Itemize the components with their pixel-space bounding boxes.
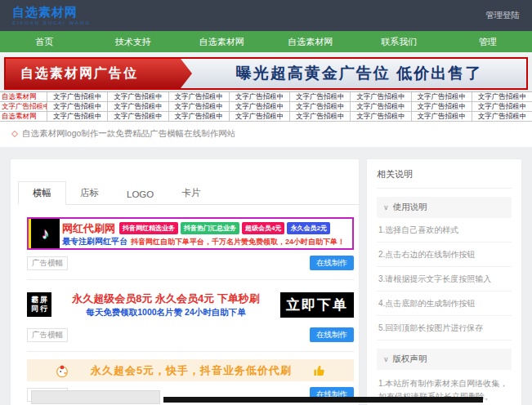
banner-preview-douyin: ♪ 网红代刷网 抖音网红精选业务 抖音热门汇总业务 超级会员4元 永久会员2元 …: [27, 217, 354, 250]
text-ad-slot[interactable]: 文字广告招租中: [350, 112, 410, 121]
banner-vip-body: 永久超级会员8元 永久会员4元 下单秒刷 每天免费领取1000名片赞 24小时自…: [58, 292, 274, 318]
text-ad-slot[interactable]: 文字广告招租中: [47, 92, 107, 101]
text-ad-slot[interactable]: 文字广告招租中: [168, 92, 229, 101]
text-ad-slot[interactable]: 文字广告招租中: [350, 102, 410, 111]
text-ad-row: 文字广告招租中 文字广告招租中 文字广告招租中 文字广告招租中 文字广告招租中 …: [0, 102, 532, 112]
vip-logo-line: 霸屏: [29, 296, 49, 305]
text-ad-row-label[interactable]: 文字广告招租中: [0, 102, 47, 112]
vip-logo-line: 同行: [29, 305, 49, 314]
text-ad-slot[interactable]: 文字广告招租中: [289, 102, 350, 111]
tab-logo[interactable]: LOGO: [113, 185, 168, 204]
text-ad-slot[interactable]: 文字广告招租中: [47, 112, 107, 121]
text-ad-slot[interactable]: 文字广告招租中: [472, 112, 532, 121]
promo-ad-left-label: 自选素材网广告位: [6, 59, 192, 88]
text-ad-slot[interactable]: 文字广告招租中: [411, 92, 472, 101]
nav-item-site-2[interactable]: 自选素材网: [266, 36, 355, 48]
promo-ad-banner[interactable]: 自选素材网广告位 曝光超高黄金广告位 低价出售了: [4, 57, 528, 90]
nav-item-support[interactable]: 技术支持: [89, 36, 178, 48]
breadcrumb: 自选素材网logo制作一款免费精品广告横幅在线制作网站: [0, 122, 532, 147]
text-ad-slot[interactable]: 文字广告招租中: [350, 92, 410, 101]
chevron-down-icon: ∨: [383, 203, 389, 211]
site-logo-title: 自选素材网: [12, 6, 91, 20]
text-ad-slot[interactable]: 文字广告招租中: [411, 112, 472, 121]
usage-step: 4.点击底部的生成制作按钮: [377, 292, 512, 316]
item-divider: [27, 279, 354, 280]
notice-link[interactable]: 自选素材网logo制作一款免费精品广告横幅在线制作网站: [22, 128, 235, 140]
text-ad-slot[interactable]: 文字广告招租中: [107, 102, 168, 111]
text-ad-slot[interactable]: 文字广告招租中: [229, 92, 289, 101]
text-ad-slot[interactable]: 文字广告招租中: [107, 112, 168, 121]
diamond-bullet-icon: [11, 131, 18, 137]
section-header-usage[interactable]: ∨ 使用说明: [377, 197, 512, 218]
site-logo-subtitle: ZIXUAN SUCAI WANG: [12, 20, 91, 25]
usage-step: 2.点击右边的在线制作按钮: [377, 243, 512, 267]
thumbs-up-icon: [313, 364, 326, 377]
make-online-button[interactable]: 在线制作: [310, 256, 354, 270]
text-ad-slot[interactable]: 文字广告招租中: [411, 102, 472, 111]
make-online-button[interactable]: 在线制作: [310, 327, 354, 342]
chevron-down-icon: ∨: [383, 355, 389, 363]
sidebar-related-info: 相关说明 ∨ 使用说明 1.选择自己喜欢的样式 2.点击右边的在线制作按钮 3.…: [366, 158, 522, 405]
banner-douyin-pill: 抖音网红精选业务: [119, 222, 178, 234]
text-ad-slot[interactable]: 文字广告招租中: [168, 112, 229, 121]
banner-douyin-title: 网红代刷网: [62, 221, 115, 236]
content-card: 横幅 店标 LOGO 卡片 ♪ 网红代刷网 抖音网红精选业务 抖音热门汇总业务 …: [10, 158, 360, 405]
banner-douyin-tagline: 抖音网红自助下单平台，千万名片赞免费领取，24小时自助下单！: [131, 237, 345, 247]
text-ad-slot[interactable]: 文字广告招租中: [47, 102, 107, 111]
partial-next-banner-bar: [163, 397, 483, 403]
nav-item-site-1[interactable]: 自选素材网: [177, 36, 266, 48]
vip-square-logo: 霸屏 同行: [27, 292, 51, 317]
tab-card[interactable]: 卡片: [168, 182, 214, 204]
text-ad-slot[interactable]: 文字广告招租中: [289, 92, 350, 101]
banner-douyin-pill: 超级会员4元: [242, 222, 284, 234]
banner-vip-cta: 立即下单: [280, 292, 354, 318]
text-ad-slot[interactable]: 文字广告招租中: [472, 92, 532, 101]
section-header-copyright[interactable]: ∨ 版权声明: [377, 349, 512, 370]
category-tabs: 横幅 店标 LOGO 卡片: [18, 183, 359, 205]
tab-banner[interactable]: 横幅: [18, 181, 66, 205]
text-ad-row-label[interactable]: 自选素材网: [0, 112, 47, 122]
text-ad-slot[interactable]: 文字广告招租中: [168, 102, 229, 111]
promo-ad-headline: 曝光超高黄金广告位 低价出售了: [192, 59, 526, 88]
text-ad-slot[interactable]: 文字广告招租中: [229, 112, 289, 121]
admin-login-link[interactable]: 管理登陆: [485, 10, 520, 21]
item-meta-row: 广告横幅 在线制作: [27, 256, 354, 270]
text-ad-row-label[interactable]: 自选素材网: [0, 92, 47, 102]
banner-vip-subline: 每天免费领取1000名片赞 24小时自助下单: [58, 307, 274, 318]
text-ad-row: 自选素材网 文字广告招租中 文字广告招租中 文字广告招租中 文字广告招租中 文字…: [0, 92, 532, 102]
usage-step: 3.请根据提示文字长度按照输入: [377, 267, 512, 292]
partial-next-banner-placeholder: [31, 390, 160, 404]
page-header: 自选素材网 ZIXUAN SUCAI WANG 管理登陆: [0, 0, 532, 31]
text-ad-table: 自选素材网 文字广告招租中 文字广告招租中 文字广告招租中 文字广告招租中 文字…: [0, 91, 532, 122]
nav-item-admin[interactable]: 管理: [444, 36, 532, 48]
tiktok-logo: ♪: [29, 219, 60, 248]
tab-shop-logo[interactable]: 店标: [66, 182, 113, 204]
sidebar-title: 相关说明: [377, 168, 512, 189]
text-ad-slot[interactable]: 文字广告招租中: [107, 92, 168, 101]
nav-item-contact[interactable]: 联系我们: [355, 36, 444, 48]
ad-type-tag: 广告横幅: [27, 256, 68, 270]
banner-douyin-subtitle: 最专注刷网红平台: [62, 236, 127, 247]
text-ad-slot[interactable]: 文字广告招租中: [289, 112, 350, 121]
banner-vip-headline: 永久超级会员8元 永久会员4元 下单秒刷: [58, 292, 274, 306]
nav-gap: [0, 52, 532, 56]
banner-preview-vip: 霸屏 同行 永久超级会员8元 永久会员4元 下单秒刷 每天免费领取1000名片赞…: [27, 287, 354, 322]
main-nav: 首页 技术支持 自选素材网 自选素材网 联系我们 管理: [0, 31, 532, 52]
text-ad-slot[interactable]: 文字广告招租中: [229, 102, 289, 111]
banner-douyin-pill: 抖音热门汇总业务: [181, 222, 239, 234]
text-ad-row: 自选素材网 文字广告招租中 文字广告招租中 文字广告招租中 文字广告招租中 文字…: [0, 112, 532, 122]
banner-preview-super: 永久超会5元，快手，抖音业务低价代刷: [27, 359, 354, 381]
item-meta-row: 广告横幅 在线制作: [27, 327, 354, 342]
text-ad-slot[interactable]: 文字广告招租中: [472, 102, 532, 111]
nav-item-home[interactable]: 首页: [0, 36, 89, 48]
section-header-label: 使用说明: [393, 202, 427, 213]
banner-douyin-body: 网红代刷网 抖音网红精选业务 抖音热门汇总业务 超级会员4元 永久会员2元 最专…: [60, 219, 352, 248]
banner-douyin-pill: 永久会员2元: [287, 222, 329, 234]
usage-step: 5.回到顶部长按图片进行保存: [377, 316, 512, 340]
usage-step: 1.选择自己喜欢的样式: [377, 218, 512, 243]
site-logo[interactable]: 自选素材网 ZIXUAN SUCAI WANG: [12, 6, 91, 25]
tiktok-note-icon: ♪: [42, 225, 49, 243]
item-divider: [27, 351, 354, 352]
template-list: ♪ 网红代刷网 抖音网红精选业务 抖音热门汇总业务 超级会员4元 永久会员2元 …: [11, 205, 359, 405]
section-header-label: 版权声明: [393, 354, 427, 365]
